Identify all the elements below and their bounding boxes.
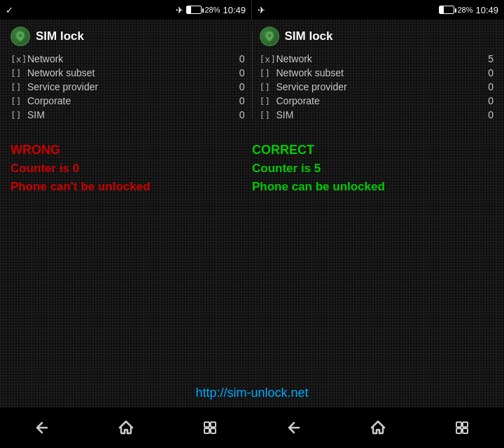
sim-row-wrong-1: [] Network subset 0 <box>10 66 245 80</box>
sim-row-correct-3: [] Corporate 0 <box>260 94 494 108</box>
battery-percent-left: 28% <box>204 6 220 14</box>
sim-panel-wrong: SIM lock [x] Network 0 [] Network subset… <box>10 27 245 122</box>
sim-row-correct-1: [] Network subset 0 <box>260 66 494 80</box>
time-left: 10:49 <box>223 5 246 15</box>
sim-cb-correct-1: [] <box>260 68 272 78</box>
sim-val-wrong-0: 0 <box>231 53 245 64</box>
sim-label-correct-2: Service provider <box>276 81 476 92</box>
recents-icon <box>202 419 218 436</box>
sim-icon-correct <box>260 27 279 46</box>
svg-rect-0 <box>204 422 209 427</box>
battery-percent-right: 28% <box>457 6 472 14</box>
sim-label-wrong-3: Corporate <box>27 95 227 106</box>
status-bar-right: ✈ 28% 10:49 <box>252 0 504 20</box>
nav-back-button[interactable] <box>21 414 63 442</box>
nav-home-button-2[interactable] <box>357 414 399 442</box>
main-content: SIM lock [x] Network 0 [] Network subset… <box>0 20 504 407</box>
check-icon: ✓ <box>6 5 13 15</box>
home-icon <box>118 419 134 436</box>
status-right-icons: ✈ <box>258 5 265 15</box>
sim-row-wrong-2: [] Service provider 0 <box>10 80 245 94</box>
sim-panels-container: SIM lock [x] Network 0 [] Network subset… <box>0 20 504 129</box>
airplane-icon-left: ✈ <box>176 5 183 15</box>
sim-header-correct: SIM lock <box>260 27 494 46</box>
sim-val-wrong-2: 0 <box>231 81 245 92</box>
sim-label-correct-0: Network <box>276 53 476 64</box>
sim-title-correct: SIM lock <box>285 29 333 43</box>
sim-title-wrong: SIM lock <box>36 29 84 43</box>
sim-table-wrong: [x] Network 0 [] Network subset 0 [] Ser… <box>10 52 245 122</box>
airplane-icon-right: ✈ <box>258 5 265 15</box>
sim-val-correct-0: 5 <box>479 53 493 64</box>
status-panel-wrong: WRONG Counter is 0 Phone can't be unlock… <box>10 143 252 365</box>
sim-label-correct-1: Network subset <box>276 67 476 78</box>
status-right-system: 28% 10:49 <box>439 5 498 15</box>
sim-row-wrong-0: [x] Network 0 <box>10 52 245 66</box>
sim-label-wrong-1: Network subset <box>27 67 227 78</box>
sim-row-correct-0: [x] Network 5 <box>260 52 494 66</box>
sim-val-correct-4: 0 <box>479 109 493 120</box>
sim-table-correct: [x] Network 5 [] Network subset 0 [] Ser… <box>260 52 494 122</box>
nav-back-button-2[interactable] <box>273 414 315 442</box>
recents-icon-2 <box>454 419 470 436</box>
nav-recents-button-2[interactable] <box>441 414 483 442</box>
sim-cb-correct-0: [x] <box>260 54 272 64</box>
status-panel-correct: CORRECT Counter is 5 Phone can be unlock… <box>252 143 493 365</box>
sim-val-wrong-4: 0 <box>231 109 245 120</box>
sim-row-correct-4: [] SIM 0 <box>260 108 494 122</box>
sim-header-wrong: SIM lock <box>10 27 245 46</box>
wrong-message: Phone can't be unlocked <box>10 180 252 194</box>
status-bar-left: ✓ ✈ 28% 10:49 <box>0 0 252 20</box>
status-section: WRONG Counter is 0 Phone can't be unlock… <box>0 129 504 379</box>
nav-home-button[interactable] <box>105 414 147 442</box>
correct-title: CORRECT <box>252 143 493 158</box>
sim-cb-wrong-2: [] <box>10 82 23 92</box>
correct-message: Phone can be unlocked <box>252 180 493 194</box>
svg-rect-6 <box>456 428 461 433</box>
back-arrow-icon-2 <box>286 419 302 436</box>
nav-bar <box>0 407 504 448</box>
sim-label-wrong-0: Network <box>27 53 227 64</box>
sim-label-correct-3: Corporate <box>276 95 476 106</box>
url-section: http://sim-unlock.net <box>0 379 504 407</box>
svg-rect-3 <box>211 428 216 433</box>
svg-rect-5 <box>463 422 468 427</box>
sim-row-wrong-4: [] SIM 0 <box>10 108 245 122</box>
sim-row-correct-2: [] Service provider 0 <box>260 80 494 94</box>
home-icon-2 <box>370 419 386 436</box>
sim-cb-wrong-0: [x] <box>10 54 23 64</box>
sim-label-wrong-4: SIM <box>27 109 227 120</box>
url-text[interactable]: http://sim-unlock.net <box>195 386 308 400</box>
sim-label-wrong-2: Service provider <box>27 81 227 92</box>
sim-cb-wrong-4: [] <box>10 110 23 120</box>
back-arrow-icon <box>34 419 50 436</box>
sim-panel-correct: SIM lock [x] Network 5 [] Network subset… <box>260 27 494 122</box>
nav-recents-button[interactable] <box>189 414 231 442</box>
sim-cb-correct-2: [] <box>260 82 272 92</box>
svg-rect-1 <box>211 422 216 427</box>
sim-val-wrong-1: 0 <box>231 67 245 78</box>
svg-rect-4 <box>456 422 461 427</box>
sim-cb-wrong-3: [] <box>10 96 23 106</box>
panel-divider <box>252 30 253 118</box>
sim-val-correct-1: 0 <box>479 67 493 78</box>
sim-label-correct-4: SIM <box>276 109 476 120</box>
status-left-system: ✈ 28% 10:49 <box>176 5 246 15</box>
sim-cb-correct-3: [] <box>260 96 272 106</box>
sim-icon-wrong <box>10 27 30 46</box>
sim-val-correct-2: 0 <box>479 81 493 92</box>
battery-icon-right <box>439 6 454 14</box>
status-left-icons: ✓ <box>6 5 13 15</box>
correct-counter: Counter is 5 <box>252 162 493 176</box>
wrong-title: WRONG <box>10 143 252 158</box>
status-bar: ✓ ✈ 28% 10:49 ✈ 28% 10:49 <box>0 0 504 20</box>
sim-cb-wrong-1: [] <box>10 68 23 78</box>
svg-rect-7 <box>463 428 468 433</box>
wrong-counter: Counter is 0 <box>10 162 252 176</box>
sim-val-wrong-3: 0 <box>231 95 245 106</box>
sim-row-wrong-3: [] Corporate 0 <box>10 94 245 108</box>
sim-val-correct-3: 0 <box>479 95 493 106</box>
time-right: 10:49 <box>475 5 498 15</box>
svg-rect-2 <box>204 428 209 433</box>
sim-cb-correct-4: [] <box>260 110 272 120</box>
